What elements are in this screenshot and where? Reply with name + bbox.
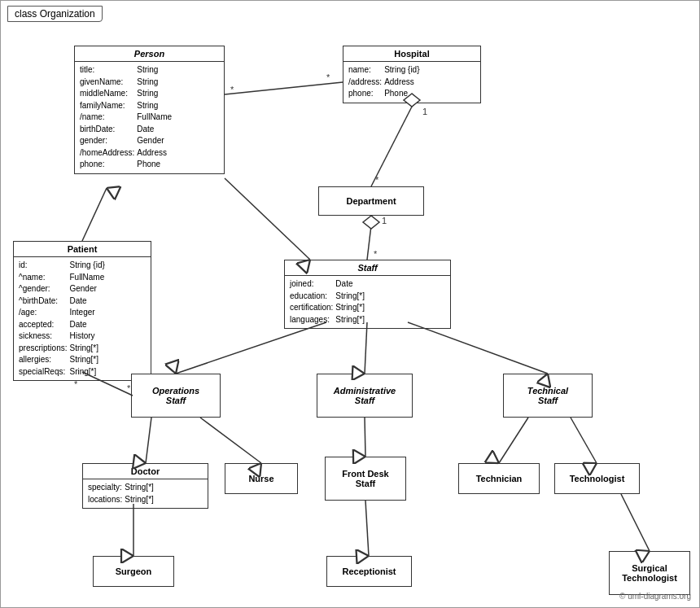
class-surgeon: Surgeon [93,556,174,587]
svg-marker-10 [363,216,379,229]
class-department: Department [318,186,424,216]
svg-line-5 [371,107,412,186]
svg-line-22 [365,322,367,374]
svg-line-15 [225,82,343,94]
class-operations-staff: Operations Staff [131,374,221,418]
hospital-attrs: name:String {id} /address:Address phone:… [343,62,480,103]
svg-line-14 [225,178,310,260]
class-technician: Technician [458,463,540,494]
diagram-container: class Organization Person title:String g… [0,0,700,608]
svg-line-24 [146,418,151,463]
svg-text:*: * [326,72,330,82]
copyright: © uml-diagrams.org [619,592,691,601]
class-hospital: Hospital name:String {id} /address:Addre… [343,46,481,103]
svg-line-28 [571,418,597,463]
class-front-desk-staff: Front Desk Staff [325,457,406,501]
svg-line-9 [367,225,371,260]
svg-line-23 [408,322,548,374]
class-staff: Staff joined:Date education:String[*] ce… [284,260,451,329]
svg-line-13 [82,188,107,241]
svg-text:1: 1 [382,216,387,225]
class-patient: Patient id:String {id} ^name:FullName ^g… [13,241,151,381]
class-doctor: Doctor specialty:String[*] locations:Str… [82,463,208,509]
person-name: Person [75,46,224,62]
doctor-name: Doctor [83,464,208,479]
svg-line-31 [621,494,650,551]
svg-line-21 [176,322,326,374]
svg-text:*: * [230,85,234,94]
class-surgical-technologist: Surgical Technologist [609,551,690,595]
svg-text:*: * [374,249,378,259]
class-nurse: Nurse [225,463,298,494]
class-technical-staff: Technical Staff [503,374,593,418]
person-attrs: title:String givenName:String middleName… [75,62,224,173]
patient-name: Patient [14,242,151,257]
svg-line-25 [200,418,261,463]
hospital-name: Hospital [343,46,480,62]
doctor-attrs: specialty:String[*] locations:String[*] [83,479,208,508]
class-receptionist: Receptionist [326,556,412,587]
diagram-title: class Organization [7,6,103,22]
staff-attrs: joined:Date education:String[*] certific… [285,276,450,328]
class-technologist: Technologist [554,463,640,494]
svg-line-27 [499,418,528,463]
svg-text:*: * [375,175,379,185]
svg-line-26 [365,418,365,457]
patient-attrs: id:String {id} ^name:FullName ^gender:Ge… [14,257,151,380]
staff-name: Staff [285,260,450,276]
svg-line-30 [365,501,369,556]
class-administrative-staff: Administrative Staff [317,374,413,418]
class-person: Person title:String givenName:String mid… [74,46,225,174]
svg-text:1: 1 [422,107,427,116]
